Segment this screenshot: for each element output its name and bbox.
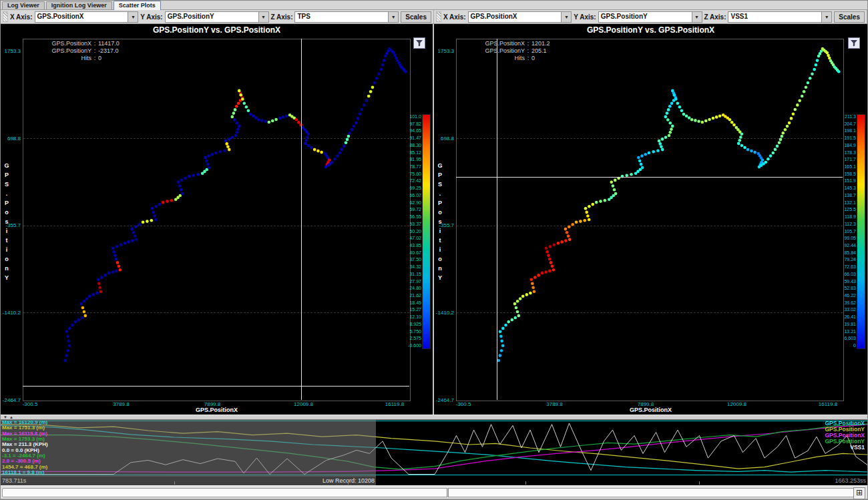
- colorbar-tick-label: 47.02: [409, 236, 421, 241]
- colorbar-tick-label: 52.83: [844, 286, 856, 291]
- toolbar-right-chart: X Axis: GPS.PositionX ▼ Y Axis: GPS.Posi…: [434, 10, 867, 23]
- scatter-chart-right[interactable]: GPS.PositionY vs. GPS.PositionX1753.3698…: [434, 24, 867, 415]
- colorbar-tick-label: 5.750: [409, 329, 421, 334]
- toolbar-row: X Axis: GPS.PositionX ▼ Y Axis: GPS.Posi…: [1, 10, 867, 24]
- colorbar-tick-label: -0.600: [408, 343, 421, 348]
- x-axis-select[interactable]: GPS.PositionX ▼: [468, 11, 572, 23]
- x-axis-select[interactable]: GPS.PositionX ▼: [35, 11, 139, 23]
- filter-button[interactable]: [413, 37, 425, 49]
- z-axis-label: Z Axis:: [704, 13, 726, 21]
- colorbar-tick-label: 94.65: [409, 128, 421, 134]
- chevron-down-icon[interactable]: ▼: [258, 12, 268, 22]
- y-axis-title: GPS.PositionY: [3, 161, 10, 282]
- colorbar-tick-label: 125.5: [844, 207, 856, 212]
- colorbar-tick-label: 171.7: [844, 157, 856, 162]
- y-tick-label: 1753.3: [434, 48, 454, 54]
- colorbar-tick-label: 2.575: [409, 336, 421, 341]
- colorbar-tick-label: 12.10: [409, 314, 421, 320]
- colorbar-tick-label: 21.62: [409, 293, 421, 298]
- chart-title: GPS.PositionY vs. GPS.PositionX: [434, 25, 867, 35]
- colorbar-tick-label: 8.925: [409, 322, 421, 327]
- strip-legend-series: GPS.PositionXGPS.PositionYGPS.PositionXG…: [825, 421, 865, 451]
- legend-series-label: VSS1: [825, 445, 865, 451]
- colorbar-tick-label: 26.41: [844, 314, 856, 320]
- colorbar-tick-label: 99.05: [844, 236, 856, 241]
- y-tick-label: 698.8: [434, 136, 454, 142]
- chevron-down-icon[interactable]: ▼: [821, 12, 831, 22]
- colorbar-tick-label: 91.47: [409, 136, 421, 141]
- colorbar-tick-label: 204.7: [844, 121, 856, 127]
- horizontal-splitter[interactable]: ▼ ▲: [1, 415, 867, 420]
- colorbar-tick-label: 24.80: [409, 286, 421, 291]
- z-axis-select[interactable]: TPS ▼: [294, 11, 399, 23]
- colorbar-tick-label: 81.95: [409, 157, 421, 162]
- colorbar-tick-label: 33.02: [844, 307, 856, 312]
- colorbar-tick-label: 62.90: [409, 200, 421, 206]
- horizontal-scrollbar[interactable]: [2, 488, 854, 497]
- time-bar: 783.711s Low Record: 10208 1663.253ss: [1, 476, 867, 485]
- colorbar-tick-label: 40.67: [409, 250, 421, 256]
- scales-button[interactable]: Scales: [834, 11, 865, 23]
- colorbar: [857, 114, 865, 349]
- filter-button[interactable]: [848, 37, 860, 49]
- log-strip-chart[interactable]: Max = 16120.9 (m)Max = 1751.3 (m)Max = 1…: [1, 420, 867, 476]
- crosshair-vertical: [301, 39, 302, 400]
- chevron-down-icon[interactable]: ▼: [692, 12, 702, 22]
- scrollbar-thumb-edge[interactable]: [447, 488, 449, 497]
- z-axis-value: VSS1: [728, 12, 821, 22]
- y-axis-title: GPS.PositionY: [437, 161, 443, 282]
- colorbar-tick-label: 18.45: [409, 300, 421, 306]
- toolbar-left-chart: X Axis: GPS.PositionX ▼ Y Axis: GPS.Posi…: [1, 10, 434, 23]
- chevron-down-icon[interactable]: ▼: [388, 12, 398, 22]
- colorbar-tick-label: 145.3: [844, 186, 856, 191]
- colorbar-tick-label: 34.32: [409, 264, 421, 270]
- tab-log-viewer[interactable]: Log Viewer: [2, 1, 45, 9]
- colorbar-tick-label: 118.9: [845, 214, 856, 220]
- colorbar-tick-label: 101.0: [409, 114, 421, 119]
- colorbar-tick-label: 191.5: [844, 136, 856, 141]
- x-axis-label: X Axis:: [10, 13, 33, 21]
- toolbar-grip-icon[interactable]: [436, 11, 441, 22]
- y-axis-select[interactable]: GPS.PositionY ▼: [598, 11, 702, 23]
- colorbar-tick-label: 72.63: [844, 264, 856, 270]
- time-tick: [699, 481, 700, 485]
- chevron-down-icon[interactable]: ▼: [561, 12, 571, 22]
- colorbar-tick-label: 138.7: [844, 193, 856, 198]
- collapse-down-icon[interactable]: ▼: [3, 415, 7, 419]
- scales-button[interactable]: Scales: [401, 11, 431, 23]
- expand-up-icon[interactable]: ▲: [9, 415, 13, 419]
- end-time-label: 1663.253ss: [835, 477, 866, 484]
- colorbar-tick-label: 165.1: [844, 164, 856, 170]
- colorbar-tick-label: 72.42: [409, 178, 421, 184]
- colorbar-tick-label: 79.24: [844, 257, 856, 262]
- x-axis-label: X Axis:: [443, 13, 466, 21]
- colorbar-tick-label: 27.97: [409, 279, 421, 284]
- toolbar-grip-icon[interactable]: [3, 11, 8, 22]
- scatter-points: [456, 39, 843, 400]
- y-axis-value: GPS.PositionY: [166, 12, 258, 22]
- crosshair-vertical: [497, 39, 497, 400]
- selected-range-overlay: [1, 420, 376, 476]
- grid-view-button[interactable]: ⊞: [853, 487, 865, 499]
- colorbar-tick-label: 39.62: [844, 300, 856, 306]
- colorbar-tick-label: 92.44: [844, 243, 856, 248]
- z-axis-select[interactable]: VSS1 ▼: [728, 11, 832, 23]
- x-axis-title: GPS.PositionX: [1, 407, 433, 413]
- scatter-chart-left[interactable]: GPS.PositionY vs. GPS.PositionX1753.3698…: [1, 24, 434, 415]
- y-tick-label: -2464.7: [1, 397, 21, 403]
- scrollbar-row: ⊞: [1, 485, 867, 499]
- y-axis-label: Y Axis:: [574, 13, 596, 21]
- chevron-down-icon[interactable]: ▼: [128, 12, 138, 22]
- tab-scatter-plots[interactable]: Scatter Plots: [114, 1, 161, 10]
- colorbar-tick-label: 66.07: [409, 193, 421, 198]
- colorbar-tick-label: 43.85: [409, 243, 421, 248]
- y-tick-label: 1753.3: [1, 48, 21, 54]
- funnel-icon: [415, 39, 423, 47]
- colorbar-tick-label: 105.7: [844, 229, 856, 234]
- colorbar-tick-label: 66.03: [844, 272, 856, 277]
- charts-row: GPS.PositionY vs. GPS.PositionX1753.3698…: [1, 24, 867, 415]
- tab-ignition-log-viewer[interactable]: Ignition Log Viewer: [46, 1, 112, 9]
- colorbar-tick-label: 178.3: [844, 150, 856, 156]
- y-axis-select[interactable]: GPS.PositionY ▼: [165, 11, 269, 23]
- colorbar-tick-label: 59.43: [844, 279, 856, 284]
